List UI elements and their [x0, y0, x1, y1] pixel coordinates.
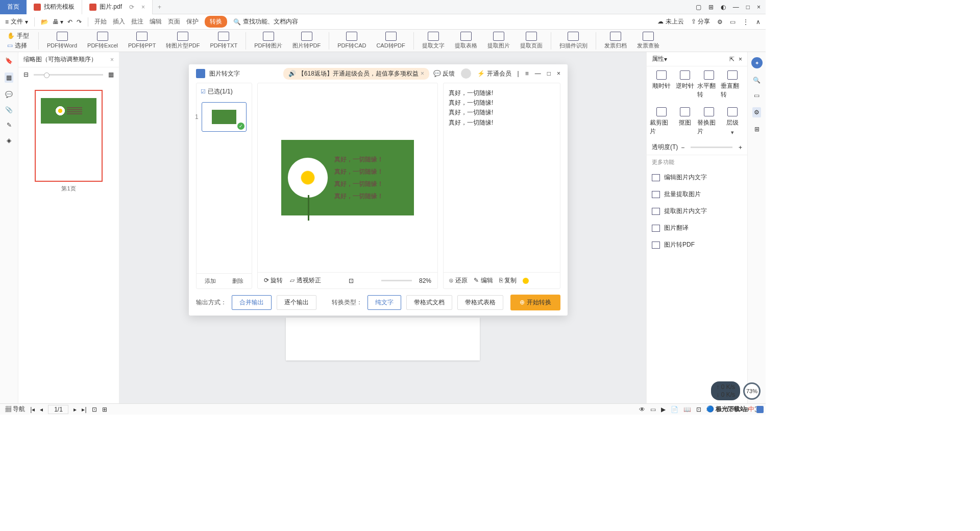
- layers-icon[interactable]: ◈: [7, 137, 11, 144]
- more-icon[interactable]: ⋮: [743, 18, 749, 26]
- close-icon[interactable]: ×: [757, 4, 761, 11]
- cloud-status[interactable]: ☁ 未上云: [657, 17, 683, 26]
- speed-meter[interactable]: ↑ 0 K/s↓ 0 K/s: [711, 381, 740, 400]
- bookmark-icon[interactable]: 🔖: [5, 57, 13, 64]
- last-page[interactable]: ▸|: [82, 406, 86, 413]
- tab-file[interactable]: 图片.pdf⟳×: [82, 0, 153, 14]
- opacity-slider[interactable]: [691, 147, 732, 148]
- grid-view-icon[interactable]: ▦: [108, 71, 114, 78]
- thumb-zoom-slider[interactable]: [34, 74, 103, 76]
- tool-pdf2ppt[interactable]: PDF转PPT: [124, 32, 160, 50]
- feedback-link[interactable]: 💬 反馈: [433, 69, 455, 78]
- tool-table[interactable]: 提取表格: [451, 32, 481, 50]
- tool-cad2pdf[interactable]: CAD转PDF: [372, 32, 409, 50]
- close-tab-icon[interactable]: ×: [141, 4, 145, 11]
- opt-each[interactable]: 逐个输出: [277, 295, 316, 310]
- page-thumbnail[interactable]: [35, 90, 103, 182]
- sb-fit-icon[interactable]: ⊡: [696, 406, 701, 413]
- menu-convert[interactable]: 转换: [205, 16, 227, 28]
- opacity-minus[interactable]: −: [681, 144, 684, 151]
- sb-book-icon[interactable]: 📖: [683, 406, 691, 413]
- assist-icon[interactable]: ✦: [751, 57, 763, 68]
- first-page[interactable]: |◂: [30, 406, 35, 413]
- zoom-slider[interactable]: [381, 280, 412, 281]
- flip-v[interactable]: 垂直翻转: [721, 70, 744, 99]
- tool-pdf2img[interactable]: PDF转图片: [250, 32, 286, 50]
- tool-img[interactable]: 提取图片: [483, 32, 514, 50]
- copy-button[interactable]: ⎘ 复制: [499, 276, 517, 285]
- extract-text[interactable]: 提取图片内文字: [647, 203, 747, 220]
- start-button[interactable]: ⊕ 开始转换: [510, 295, 560, 310]
- view1-icon[interactable]: ⊡: [92, 406, 97, 413]
- edit-img-text[interactable]: 编辑图片内文字: [647, 169, 747, 186]
- collapse-icon[interactable]: ⊟: [23, 71, 29, 78]
- delete-button[interactable]: 删除: [224, 274, 252, 288]
- menu-edit[interactable]: 编辑: [150, 17, 162, 26]
- next-page[interactable]: ▸: [74, 406, 77, 413]
- opt-doc[interactable]: 带格式文档: [406, 295, 452, 310]
- crop[interactable]: 裁剪图片: [650, 107, 673, 136]
- tab-home[interactable]: 首页: [0, 0, 27, 14]
- rotate-ccw[interactable]: 逆时针: [673, 70, 697, 99]
- nav-toggle[interactable]: ▦ 导航: [5, 405, 25, 414]
- prev-page[interactable]: ◂: [40, 406, 43, 413]
- opacity-plus[interactable]: +: [739, 144, 742, 151]
- close-prop-icon[interactable]: ×: [739, 56, 742, 63]
- tool-img2pdf[interactable]: 图片转PDF: [288, 32, 325, 50]
- tool-scan[interactable]: 扫描件识别: [555, 32, 592, 50]
- dlg-close-icon[interactable]: ×: [557, 70, 560, 77]
- page-input[interactable]: 1/1: [48, 405, 68, 414]
- sb-eye-icon[interactable]: 👁: [639, 406, 645, 413]
- hand-mode[interactable]: ✋ 手型: [7, 32, 29, 40]
- refresh-icon[interactable]: ⟳: [129, 4, 134, 11]
- pin-icon[interactable]: ⇱: [729, 56, 734, 63]
- sb-doc-icon[interactable]: 📄: [671, 406, 678, 413]
- rotate-button[interactable]: ⟳ 旋转: [264, 276, 283, 285]
- redo-icon[interactable]: ↷: [77, 18, 82, 26]
- search-input[interactable]: 🔍 查找功能、文档内容: [233, 17, 298, 26]
- gear-icon[interactable]: ⚙: [717, 18, 723, 26]
- select-icon[interactable]: ▭: [754, 92, 760, 99]
- user-icon[interactable]: ◐: [721, 4, 726, 11]
- menu-insert[interactable]: 插入: [113, 17, 125, 26]
- opt-merge[interactable]: 合并输出: [232, 295, 272, 310]
- ocr-text[interactable]: 真好，一切随缘! 真好，一切随缘! 真好，一切随缘! 真好，一切随缘!: [444, 83, 560, 272]
- tool-pdf2word[interactable]: PDF转Word: [43, 32, 81, 50]
- opt-text[interactable]: 纯文字: [368, 295, 401, 310]
- tool-pages[interactable]: 提取页面: [516, 32, 547, 50]
- menu-start[interactable]: 开始: [94, 17, 107, 26]
- rotate-cw[interactable]: 顺时针: [650, 70, 673, 99]
- sb-sq-icon[interactable]: ▭: [650, 406, 656, 413]
- batch-extract[interactable]: 批量提取图片: [647, 186, 747, 203]
- translate[interactable]: 图片翻译: [647, 220, 747, 236]
- new-tab-button[interactable]: +: [153, 4, 166, 11]
- edit-button[interactable]: ✎ 编辑: [474, 276, 493, 285]
- search2-icon[interactable]: 🔍: [753, 77, 761, 84]
- tool-ocr[interactable]: 提取文字: [418, 32, 449, 50]
- promo-banner[interactable]: 🔊【618返场】开通超级会员，超值享多项权益×: [283, 68, 429, 80]
- add-button[interactable]: 添加: [197, 274, 224, 288]
- close-panel-icon[interactable]: ×: [110, 56, 114, 63]
- tool-imgpdf[interactable]: 转图片型PDF: [162, 32, 204, 50]
- restore-button[interactable]: ⊙ 还原: [449, 276, 468, 285]
- avatar[interactable]: [461, 68, 471, 79]
- sign-icon[interactable]: ✎: [7, 122, 12, 129]
- tool-pdf2cad[interactable]: PDF转CAD: [333, 32, 370, 50]
- undo-icon[interactable]: ↶: [67, 18, 72, 26]
- comment-icon[interactable]: 💬: [5, 91, 13, 98]
- fit-icon[interactable]: ⊡: [349, 277, 354, 284]
- grid-icon[interactable]: ⊞: [708, 4, 714, 11]
- dlg-max-icon[interactable]: □: [547, 70, 551, 77]
- tool-pdf2txt[interactable]: PDF转TXT: [206, 32, 241, 50]
- file-menu[interactable]: ≡ 文件 ▾: [5, 17, 28, 26]
- tool-invoice[interactable]: 发票归档: [600, 32, 631, 50]
- flip-h[interactable]: 水平翻转: [697, 70, 721, 99]
- tray-icon[interactable]: [756, 406, 764, 413]
- minimize-icon[interactable]: —: [733, 4, 739, 11]
- layout-icon[interactable]: ▢: [696, 4, 701, 11]
- tool-invoice-check[interactable]: 发票查验: [633, 32, 664, 50]
- tab-template[interactable]: 找稻壳模板: [27, 0, 82, 14]
- menu-icon[interactable]: ≡: [525, 70, 529, 77]
- layer[interactable]: 层级 ▾: [721, 107, 744, 136]
- pct-ring[interactable]: 73%: [743, 382, 761, 400]
